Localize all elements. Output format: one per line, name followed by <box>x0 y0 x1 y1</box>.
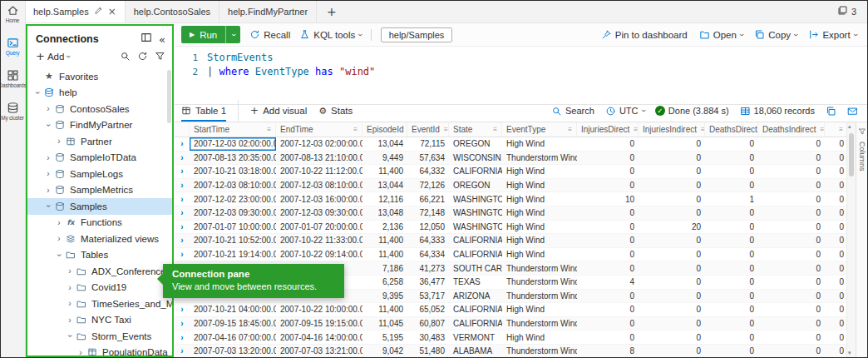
cell[interactable]: 2007-08-13 20:35:00.0000 <box>190 152 276 165</box>
cell[interactable]: 0 <box>577 179 639 192</box>
cell[interactable]: 0 <box>825 165 846 178</box>
cell[interactable]: 0 <box>825 345 846 357</box>
row-expander-icon[interactable]: › <box>175 345 190 357</box>
cell[interactable]: 13,044 <box>362 137 407 151</box>
table-row[interactable]: ›2007-09-15 18:45:00.00002007-09-15 19:1… <box>175 317 846 331</box>
cell[interactable]: 64,334 <box>407 248 449 261</box>
rail-item-my-cluster[interactable]: My cluster <box>0 97 25 130</box>
tree-chevron-icon[interactable]: › <box>43 186 53 195</box>
cell[interactable]: 0 <box>577 317 639 331</box>
cell[interactable]: 2007-12-03 16:00:00.0000 <box>276 192 362 206</box>
cell[interactable]: 0 <box>639 192 705 206</box>
cell[interactable]: 0 <box>577 137 639 151</box>
column-header-eventid[interactable]: EventId≡ <box>407 122 449 137</box>
cell[interactable]: 0 <box>825 206 846 220</box>
cell[interactable]: 20 <box>639 221 705 234</box>
tree-item-samplelogs[interactable]: ›SampleLogs <box>27 166 172 182</box>
cell[interactable]: 11,400 <box>362 303 407 316</box>
run-button[interactable]: ▶Run › <box>181 26 240 43</box>
cell[interactable]: 0 <box>758 234 825 247</box>
cell[interactable]: 0 <box>758 137 825 151</box>
cell[interactable]: 0 <box>639 206 705 220</box>
row-expander-icon[interactable]: › <box>175 165 190 178</box>
cell[interactable]: High Wind <box>502 165 577 178</box>
row-expander-icon[interactable]: › <box>175 137 190 151</box>
cell[interactable]: WISCONSIN <box>449 152 502 165</box>
cell[interactable]: 0 <box>758 290 825 303</box>
cell[interactable]: 0 <box>639 276 705 289</box>
copy-button[interactable]: Copy› <box>754 29 796 40</box>
tree-item-sampleiotdata[interactable]: ›SampleIoTData <box>27 150 172 167</box>
cell[interactable]: 2007-12-03 09:30:00.0000 <box>276 206 362 220</box>
cell[interactable]: 0 <box>705 290 758 303</box>
column-header-injuriesindirect[interactable]: InjuriesIndirect≡ <box>639 122 705 137</box>
cell[interactable]: 2007-10-21 19:14:00.0000 <box>190 248 276 261</box>
cell[interactable]: 2007-12-03 08:10:00.0000 <box>276 179 362 192</box>
column-menu-icon[interactable]: ≡ <box>634 126 638 133</box>
cell[interactable]: 0 <box>825 234 846 247</box>
cell[interactable]: 0 <box>705 248 758 261</box>
cell[interactable]: Thunderstorm Wind <box>502 345 577 357</box>
cell[interactable]: 1 <box>705 192 758 206</box>
cell[interactable]: 0 <box>639 303 705 316</box>
column-menu-icon[interactable]: ≡ <box>701 126 705 133</box>
row-expander-icon[interactable]: › <box>175 317 190 331</box>
column-header-item[interactable]: ≡ <box>825 122 846 137</box>
cell[interactable]: 0 <box>758 179 825 192</box>
row-expander-icon[interactable]: › <box>175 221 190 234</box>
cell[interactable]: CALIFORNIA <box>449 303 502 316</box>
cell[interactable]: 2007-10-21 04:00:00.0000 <box>190 303 276 316</box>
cell[interactable]: 66,221 <box>407 192 449 206</box>
query-scope[interactable]: help/Samples <box>381 27 453 42</box>
cell[interactable]: 2007-12-03 08:10:00.0000 <box>190 179 276 192</box>
cell[interactable]: 0 <box>577 290 639 303</box>
cell[interactable]: 0 <box>639 248 705 261</box>
cell[interactable]: 0 <box>758 248 825 261</box>
table-row[interactable]: ›2007-10-21 10:52:00.00002007-10-22 11:3… <box>175 234 846 248</box>
table-row[interactable]: ›2007-12-03 08:10:00.00002007-12-03 08:1… <box>175 179 846 193</box>
cell[interactable]: 0 <box>705 152 758 165</box>
cell[interactable]: 2,136 <box>362 221 407 234</box>
open-tabs-counter[interactable]: 3 <box>826 0 868 22</box>
tree-chevron-icon[interactable]: › <box>33 87 42 97</box>
tree-item-tables[interactable]: ›Tables <box>27 247 172 264</box>
cell[interactable]: TEXAS <box>449 276 502 289</box>
share-results-button[interactable] <box>847 106 858 117</box>
cell[interactable]: ARIZONA <box>449 290 502 303</box>
column-header-state[interactable]: State≡ <box>449 122 502 137</box>
cell[interactable]: 2007-09-15 19:15:00.0000 <box>276 317 362 331</box>
cell[interactable]: High Wind <box>502 221 577 234</box>
tree-chevron-icon[interactable]: › <box>54 137 64 146</box>
cell[interactable]: CALIFORNIA <box>449 165 502 178</box>
tree-item-samplemetrics[interactable]: ›SampleMetrics <box>27 182 172 199</box>
cell[interactable]: 0 <box>639 234 705 247</box>
cell[interactable]: 7,186 <box>362 261 407 275</box>
cell[interactable]: 0 <box>705 276 758 289</box>
cell[interactable]: 2007-07-03 13:21:00.0000 <box>276 345 362 357</box>
cell[interactable]: 64,333 <box>407 234 449 247</box>
rename-tab-icon[interactable] <box>94 6 103 17</box>
grid-side-panel[interactable]: Columns <box>856 122 868 357</box>
cell[interactable]: 2007-04-16 14:00:00.0000 <box>276 331 362 344</box>
table-row[interactable]: ›2007-12-03 02:00:00.00002007-12-03 02:0… <box>175 137 846 152</box>
cell[interactable]: 0 <box>577 221 639 234</box>
rail-item-home[interactable]: Home <box>0 0 25 32</box>
cell[interactable]: 0 <box>758 152 825 165</box>
cell[interactable]: 2007-10-21 10:52:00.0000 <box>190 234 276 247</box>
cell[interactable]: SOUTH CAROLINA <box>449 261 502 275</box>
table-row[interactable]: ›2007-12-03 09:30:00.00002007-12-03 09:3… <box>175 206 846 221</box>
tree-item-adx-conferences[interactable]: ›ADX_Conferences <box>27 263 172 280</box>
cell[interactable]: 65,052 <box>407 303 449 316</box>
pin-to-dashboard-button[interactable]: Pin to dashboard <box>601 29 688 40</box>
scrollbar-thumb[interactable] <box>849 133 854 177</box>
rail-item-dashboards[interactable]: Dashboards <box>0 65 25 97</box>
cell[interactable]: High Wind <box>502 206 577 220</box>
cell[interactable]: 0 <box>825 192 846 206</box>
cell[interactable]: ALABAMA <box>449 345 502 357</box>
cell[interactable]: High Wind <box>502 234 577 247</box>
refresh-connections-button[interactable] <box>137 51 148 62</box>
tree-chevron-icon[interactable]: › <box>65 299 75 308</box>
tree-chevron-icon[interactable]: › <box>54 218 64 227</box>
tree-chevron-icon[interactable]: › <box>44 120 53 130</box>
cell[interactable]: 0 <box>705 221 758 234</box>
